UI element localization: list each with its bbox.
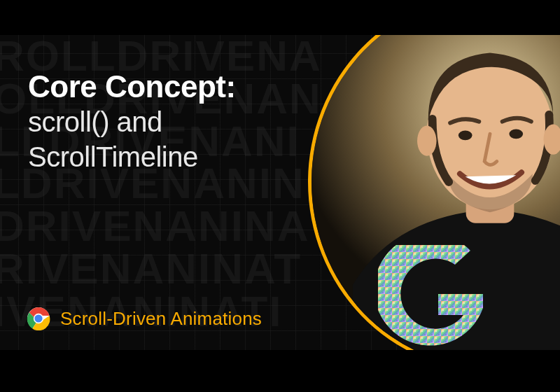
heading-block: Core Concept: scroll() and ScrollTimelin… xyxy=(28,70,236,174)
svg-point-3 xyxy=(417,126,436,156)
heading-subtitle-line-1: scroll() and xyxy=(28,105,236,139)
video-thumbnail[interactable]: ROLLDRIVENA OLLDRIVENAN LLDRIVENANI LDRI… xyxy=(0,35,560,350)
svg-point-5 xyxy=(458,130,472,140)
g-logo-icon xyxy=(378,245,490,350)
svg-point-6 xyxy=(509,129,523,139)
chrome-icon xyxy=(27,307,50,330)
heading-title: Core Concept: xyxy=(28,70,236,104)
series-title: Scroll-Driven Animations xyxy=(60,308,262,330)
series-footer: Scroll-Driven Animations xyxy=(27,307,262,330)
heading-subtitle-line-2: ScrollTimeline xyxy=(28,140,236,174)
svg-point-12 xyxy=(34,314,42,322)
